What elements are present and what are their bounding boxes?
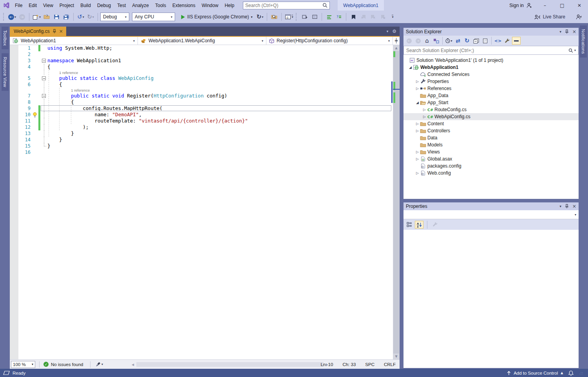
codelens-indicator[interactable]: 1 reference xyxy=(10,70,400,75)
line-number[interactable]: 8 xyxy=(18,99,32,105)
display-parameter-info-button[interactable] xyxy=(310,12,319,22)
tree-item-web-config[interactable]: ▷⚙Web.config xyxy=(403,170,579,177)
line-number[interactable]: 3 xyxy=(18,58,32,64)
close-panel-icon[interactable]: × xyxy=(572,204,576,209)
line-number[interactable]: 9 xyxy=(18,105,32,112)
expander-icon[interactable]: ◢ xyxy=(408,65,413,69)
line-number[interactable]: 11 xyxy=(18,118,32,124)
tree-item-content[interactable]: ▷Content xyxy=(403,120,579,127)
dock-tab-resource-view[interactable]: Resource View xyxy=(2,53,9,91)
close-button[interactable]: ✕ xyxy=(571,0,588,11)
menu-tools[interactable]: Tools xyxy=(152,0,169,11)
code-line-7[interactable]: 7 public static void Register(HttpConfig… xyxy=(10,93,400,99)
code-line-14[interactable]: 14 } xyxy=(10,137,400,143)
collapse-region-icon[interactable] xyxy=(42,59,46,63)
menu-help[interactable]: Help xyxy=(221,0,237,11)
expander-icon[interactable]: ▷ xyxy=(415,157,420,161)
scroll-left-icon[interactable]: ◀ xyxy=(130,361,136,368)
sign-in-button[interactable]: Sign in xyxy=(505,3,536,8)
view-code-icon[interactable]: <> xyxy=(494,37,502,45)
type-dropdown[interactable]: WebApplication1.WebApiConfig▾ xyxy=(138,37,266,45)
uncomment-button[interactable]: ? xyxy=(334,12,344,22)
properties-object-dropdown[interactable]: ▾ xyxy=(403,210,579,219)
start-debug-button[interactable]: IIS Express (Google Chrome)▾ xyxy=(178,12,255,22)
tree-item-packages-config[interactable]: ⚙packages.config xyxy=(403,162,579,170)
expander-icon[interactable]: ▷ xyxy=(415,87,420,90)
save-button[interactable] xyxy=(52,12,61,22)
code-editor[interactable]: 1using System.Web.Http;23namespace WebAp… xyxy=(10,45,400,359)
tree-item-app-start[interactable]: ◢App_Start xyxy=(403,99,579,106)
code-line-10[interactable]: 10 name: "DemoAPI", xyxy=(10,112,400,118)
code-line-9[interactable]: 9 config.Routes.MapHttpRoute( xyxy=(10,105,400,112)
new-item-button[interactable]: ▾ xyxy=(32,12,42,22)
pin-icon[interactable] xyxy=(565,29,569,34)
add-to-source-control-button[interactable]: Add to Source Control ▲ xyxy=(507,371,563,375)
toolbar-grip[interactable] xyxy=(296,13,298,21)
line-number[interactable]: 10 xyxy=(18,112,32,118)
line-number[interactable]: 14 xyxy=(18,137,32,143)
expander-icon[interactable]: ▷ xyxy=(415,79,420,83)
menu-analyze[interactable]: Analyze xyxy=(129,0,152,11)
background-tasks-button[interactable]: Ready xyxy=(3,371,25,375)
collapse-all-icon[interactable] xyxy=(472,37,480,45)
code-line-15[interactable]: 15} xyxy=(10,143,400,149)
close-tab-icon[interactable]: × xyxy=(59,29,63,34)
expander-icon[interactable]: ▷ xyxy=(422,108,427,112)
send-feedback-button[interactable] xyxy=(574,12,583,22)
code-line-1[interactable]: 1using System.Web.Http; xyxy=(10,45,400,51)
code-line-16[interactable]: 16 xyxy=(10,149,400,155)
lightbulb-quick-actions-icon[interactable] xyxy=(32,112,38,118)
minimize-button[interactable]: – xyxy=(536,0,554,11)
zoom-dropdown[interactable]: 100 %▾ xyxy=(11,361,35,368)
properties-grid[interactable] xyxy=(403,230,579,368)
code-line-4[interactable]: 4{ xyxy=(10,64,400,70)
document-tab-webapiconfig[interactable]: WebApiConfig.cs × xyxy=(10,27,66,36)
line-number[interactable]: 13 xyxy=(18,130,32,137)
menu-debug[interactable]: Debug xyxy=(94,0,114,11)
horizontal-scrollbar[interactable]: ◀ ▶ xyxy=(130,361,330,368)
code-line-12[interactable]: 12 ); xyxy=(10,124,400,130)
tree-item-models[interactable]: Models xyxy=(403,141,579,148)
expander-icon[interactable]: ▷ xyxy=(415,122,420,126)
forward-icon[interactable]: → xyxy=(414,37,422,45)
solution-explorer-search-box[interactable]: ▾ xyxy=(403,46,579,55)
tree-item-app-data[interactable]: App_Data xyxy=(403,92,579,99)
find-in-files-button[interactable] xyxy=(270,12,279,22)
tree-item-properties[interactable]: ▷Properties xyxy=(403,78,579,85)
search-options-icon[interactable]: ▾ xyxy=(574,49,576,52)
categorized-icon[interactable] xyxy=(405,221,413,229)
tree-item-global-asax[interactable]: ▷⚙Global.asax xyxy=(403,155,579,162)
hot-reload-button[interactable]: ↻▾ xyxy=(255,12,264,22)
redo-button[interactable]: ↻▾ xyxy=(86,12,95,22)
tree-item-routeconfig-cs[interactable]: ▷C#RouteConfig.cs xyxy=(403,106,579,113)
solution-explorer-title-bar[interactable]: Solution Explorer ▾ × xyxy=(403,28,579,36)
scroll-down-icon[interactable]: ▼ xyxy=(393,354,400,359)
resize-grip[interactable]: .:: xyxy=(579,371,583,375)
toggle-bookmark-button[interactable] xyxy=(349,12,358,22)
alphabetical-sort-icon[interactable]: AZ xyxy=(415,221,423,229)
vertical-scrollbar[interactable]: ▲ ▼ xyxy=(393,45,400,359)
home-icon[interactable]: ⌂ xyxy=(423,37,431,45)
line-number[interactable]: 12 xyxy=(18,124,32,130)
tree-item-data[interactable]: Data xyxy=(403,134,579,141)
line-number[interactable]: 15 xyxy=(18,143,32,149)
tree-item-connected-services[interactable]: Connected Services xyxy=(403,71,579,78)
code-line-6[interactable]: 6 { xyxy=(10,81,400,88)
tree-item-solution-webapplication1-1-of-1-project[interactable]: ∞Solution 'WebApplication1' (1 of 1 proj… xyxy=(403,57,579,64)
scroll-up-icon[interactable]: ▲ xyxy=(393,45,400,51)
tree-item-views[interactable]: ▷Views xyxy=(403,148,579,155)
line-ending-indicator[interactable]: CRLF xyxy=(384,362,396,367)
display-member-list-button[interactable] xyxy=(300,12,309,22)
line-number[interactable]: 16 xyxy=(18,149,32,155)
editor-options-gear-icon[interactable]: ⚙ xyxy=(392,29,396,34)
menu-project[interactable]: Project xyxy=(56,0,77,11)
open-file-button[interactable] xyxy=(42,12,51,22)
code-cleanup-button[interactable]: ▾ xyxy=(94,360,104,369)
split-editor-handle[interactable]: ╪ xyxy=(393,37,400,45)
web-browser-button[interactable]: ⌂ ▾ xyxy=(284,12,294,22)
comment-out-button[interactable] xyxy=(324,12,334,22)
toolbar-overflow-button[interactable]: ▾ xyxy=(388,12,397,22)
collapse-region-icon[interactable] xyxy=(42,94,46,98)
menu-extensions[interactable]: Extensions xyxy=(169,0,199,11)
quick-search-box[interactable] xyxy=(243,2,330,9)
